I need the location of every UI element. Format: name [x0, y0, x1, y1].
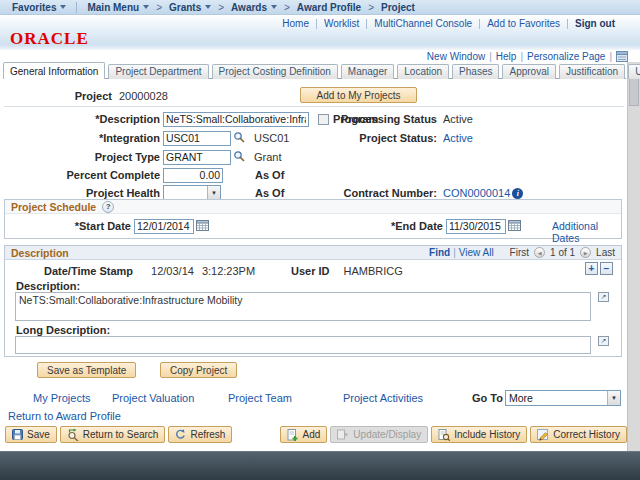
- save-button[interactable]: Save: [5, 426, 57, 443]
- tab-phases[interactable]: Phases: [452, 64, 499, 79]
- project-status-link[interactable]: Active: [443, 132, 473, 144]
- expand-description-icon[interactable]: ↗: [598, 292, 609, 302]
- contract-number-label: Contract Number:: [280, 187, 437, 199]
- oracle-logo: ORACLE: [10, 29, 89, 49]
- add-button[interactable]: Add: [280, 426, 328, 443]
- delete-row-button[interactable]: −: [600, 262, 613, 275]
- copy-url-icon[interactable]: [616, 51, 628, 62]
- chevron-down-icon: [143, 5, 149, 9]
- save-icon: [12, 429, 23, 440]
- header-band: Home Worklist MultiChannel Console Add t…: [0, 16, 640, 50]
- project-type-lookup-icon[interactable]: [233, 150, 245, 164]
- update-display-button-label: Update/Display: [353, 429, 421, 440]
- tab-project-department[interactable]: Project Department: [108, 64, 208, 79]
- breadcrumb-divider: [76, 2, 77, 13]
- info-icon[interactable]: i: [512, 188, 523, 199]
- link-separator: |: [609, 51, 612, 62]
- update-display-icon: [337, 429, 349, 440]
- breadcrumb-separator: >: [365, 2, 377, 13]
- return-to-award-profile-link[interactable]: Return to Award Profile: [8, 410, 121, 422]
- tab-manager[interactable]: Manager: [341, 64, 394, 79]
- sign-out-link[interactable]: Sign out: [568, 18, 622, 29]
- tab-justification[interactable]: Justification: [559, 64, 625, 79]
- multichannel-console-link[interactable]: MultiChannel Console: [367, 18, 479, 29]
- end-date-input[interactable]: [446, 219, 506, 234]
- integration-input[interactable]: [163, 131, 231, 146]
- long-description-textarea[interactable]: [15, 336, 591, 354]
- description-textarea[interactable]: NeTS:Small:Collaborative:Infrastructure …: [15, 292, 591, 321]
- description-section-title: Description: [11, 247, 69, 259]
- tab-approval[interactable]: Approval: [502, 64, 555, 79]
- project-valuation-link[interactable]: Project Valuation: [112, 392, 194, 404]
- start-date-calendar-icon[interactable]: [196, 219, 209, 233]
- refresh-button[interactable]: Refresh: [168, 426, 232, 443]
- add-to-favorites-link[interactable]: Add to Favorites: [480, 18, 567, 29]
- project-schedule-title: Project Schedule: [11, 201, 96, 213]
- breadcrumb-award-profile[interactable]: Award Profile: [293, 2, 365, 13]
- add-icon: [287, 429, 299, 441]
- pagination-count: 1 of 1: [550, 247, 575, 258]
- project-id-label: Project: [20, 90, 112, 102]
- add-button-label: Add: [303, 429, 321, 440]
- help-icon[interactable]: ?: [102, 201, 114, 213]
- integration-lookup-icon[interactable]: [233, 131, 245, 145]
- return-to-search-icon: [67, 429, 79, 441]
- pagination-first-label: First: [510, 247, 529, 258]
- breadcrumb-grants[interactable]: Grants: [165, 2, 215, 13]
- correct-history-button[interactable]: Correct History: [530, 426, 627, 443]
- breadcrumb-awards-label: Awards: [231, 2, 267, 13]
- contract-number-link[interactable]: CON0000014: [443, 187, 510, 199]
- chevron-down-icon: ▼: [607, 391, 620, 405]
- save-as-template-button[interactable]: Save as Template: [37, 362, 136, 378]
- worklist-link[interactable]: Worklist: [317, 18, 366, 29]
- bottom-chrome-bar: [0, 451, 640, 480]
- breadcrumb-separator: >: [281, 2, 293, 13]
- scrollbar[interactable]: [627, 62, 640, 451]
- tab-project-costing-definition[interactable]: Project Costing Definition: [212, 64, 338, 79]
- start-date-input[interactable]: [134, 219, 194, 234]
- breadcrumb-separator: >: [153, 2, 165, 13]
- integration-label: *Integration: [20, 132, 160, 144]
- page-tabs: General Information Project Department P…: [3, 62, 626, 79]
- tab-user-fields[interactable]: User Fields: [628, 64, 640, 79]
- project-type-label: Project Type: [20, 151, 160, 163]
- copy-project-button[interactable]: Copy Project: [160, 362, 237, 378]
- user-id-value: HAMBRICG: [344, 265, 403, 277]
- breadcrumb-favorites[interactable]: Favorites: [8, 2, 70, 13]
- help-link[interactable]: Help: [496, 51, 517, 62]
- update-display-button[interactable]: Update/Display: [330, 426, 428, 443]
- breadcrumb-awards[interactable]: Awards: [227, 2, 281, 13]
- tab-general-information[interactable]: General Information: [3, 62, 105, 79]
- goto-label: Go To: [472, 392, 503, 404]
- chevron-down-icon: [60, 5, 66, 9]
- return-to-search-button[interactable]: Return to Search: [60, 426, 166, 443]
- include-history-button[interactable]: Include History: [431, 426, 527, 443]
- add-row-button[interactable]: +: [585, 262, 598, 275]
- new-window-link[interactable]: New Window: [427, 51, 485, 62]
- breadcrumb-project[interactable]: Project: [377, 2, 419, 13]
- next-row-icon[interactable]: ▶: [580, 247, 591, 258]
- long-description-field-label: Long Description:: [16, 324, 110, 336]
- view-all-link[interactable]: View All: [459, 247, 494, 258]
- tab-location[interactable]: Location: [397, 64, 449, 79]
- previous-row-icon[interactable]: ◀: [534, 247, 545, 258]
- goto-select[interactable]: More ▼: [505, 390, 621, 406]
- add-to-my-projects-button[interactable]: Add to My Projects: [300, 87, 417, 103]
- my-projects-link[interactable]: My Projects: [33, 392, 90, 404]
- project-type-input[interactable]: [163, 150, 231, 165]
- personalize-page-link[interactable]: Personalize Page: [527, 51, 605, 62]
- percent-complete-label: Percent Complete: [20, 169, 160, 181]
- breadcrumb: Favorites Main Menu > Grants > Awards > …: [0, 0, 640, 15]
- project-type-display-value: Grant: [254, 151, 282, 163]
- end-date-calendar-icon[interactable]: [508, 219, 521, 233]
- percent-complete-input[interactable]: [163, 168, 223, 183]
- breadcrumb-main-menu[interactable]: Main Menu: [83, 2, 153, 13]
- start-date-label: *Start Date: [5, 220, 131, 232]
- find-link[interactable]: Find: [429, 247, 450, 258]
- project-team-link[interactable]: Project Team: [228, 392, 292, 404]
- chevron-down-icon: [205, 5, 211, 9]
- additional-dates-link[interactable]: Additional Dates: [552, 220, 621, 244]
- project-activities-link[interactable]: Project Activities: [343, 392, 423, 404]
- expand-long-description-icon[interactable]: ↗: [598, 336, 609, 346]
- home-link[interactable]: Home: [275, 18, 316, 29]
